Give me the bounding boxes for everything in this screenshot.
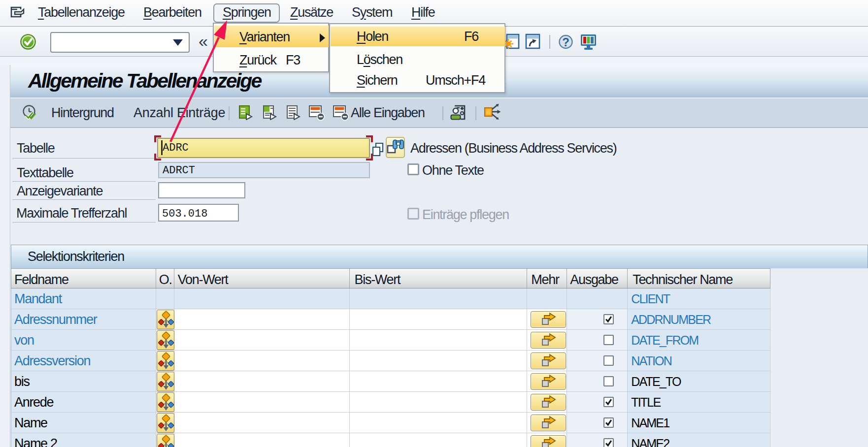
svg-text:?: ? — [562, 35, 569, 49]
